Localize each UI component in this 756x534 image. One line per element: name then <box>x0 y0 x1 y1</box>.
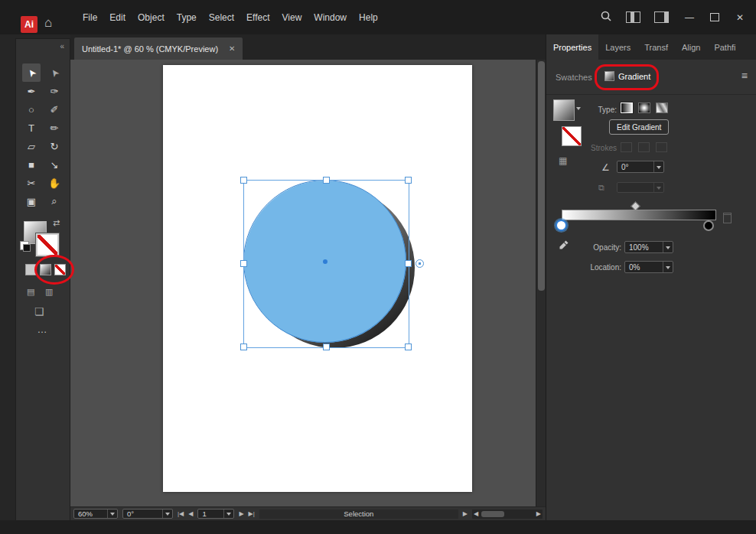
horizontal-scrollbar-thumb[interactable] <box>481 511 504 517</box>
rotation-dropdown[interactable]: 0° <box>122 509 173 519</box>
document-tab-close-icon[interactable]: ✕ <box>229 44 235 53</box>
workspace-switcher-icon[interactable] <box>654 11 669 23</box>
minimize-button[interactable]: — <box>683 12 696 23</box>
gradient-fill-proxy[interactable] <box>553 99 575 121</box>
menu-file[interactable]: File <box>77 9 103 26</box>
ellipse-tool[interactable]: ○ <box>22 100 41 119</box>
color-fill-button[interactable] <box>25 264 37 275</box>
eraser-tool[interactable]: ▱ <box>22 137 41 155</box>
draw-normal-icon[interactable]: ▤ <box>27 287 34 297</box>
home-icon[interactable]: ⌂ <box>44 15 52 31</box>
selection-handle-n[interactable] <box>323 177 330 184</box>
selection-handle-se[interactable] <box>405 344 412 350</box>
illustrator-logo: Ai <box>21 16 37 33</box>
draw-behind-icon[interactable]: ▥ <box>45 287 53 297</box>
menu-edit[interactable]: Edit <box>103 9 132 26</box>
gradient-angle-dropdown[interactable]: 0° <box>617 161 664 173</box>
close-button[interactable]: ✕ <box>733 12 747 23</box>
menu-help[interactable]: Help <box>353 9 384 26</box>
stroke-color-swatch[interactable] <box>36 233 59 256</box>
stroke-along-button[interactable] <box>638 142 650 152</box>
toolbar-collapse-icon[interactable]: « <box>60 42 64 50</box>
tab-align[interactable]: Align <box>675 34 707 60</box>
first-artboard-icon[interactable]: |◀ <box>178 510 184 517</box>
tab-transform[interactable]: Transf <box>637 34 675 60</box>
edit-gradient-button[interactable]: Edit Gradient <box>609 119 669 135</box>
gradient-angle-value: 0° <box>621 163 650 171</box>
menu-view[interactable]: View <box>276 9 308 26</box>
screen-mode-icon[interactable]: ❏ <box>34 305 44 317</box>
menu-window[interactable]: Window <box>308 9 353 26</box>
direct-selection-tool[interactable]: ➤ <box>45 63 64 82</box>
menu-object[interactable]: Object <box>132 9 171 26</box>
aspect-ratio-dropdown <box>617 182 664 193</box>
opacity-dropdown[interactable]: 100% <box>624 241 673 253</box>
scroll-left-icon[interactable]: ◀ <box>474 510 478 517</box>
selection-handle-ne[interactable] <box>405 177 412 184</box>
selection-handle-sw[interactable] <box>240 344 247 350</box>
gradient-stop-white[interactable] <box>556 220 567 231</box>
linear-gradient-type-button[interactable] <box>621 103 633 113</box>
gradient-annotator-handle[interactable] <box>415 259 424 268</box>
tab-layers[interactable]: Layers <box>598 34 637 60</box>
status-menu-arrow-icon[interactable]: ▶ <box>463 510 468 517</box>
arrange-documents-icon[interactable] <box>626 11 640 23</box>
radial-gradient-type-button[interactable] <box>638 103 650 113</box>
vertical-scrollbar[interactable] <box>536 60 546 506</box>
object-center-point[interactable] <box>323 259 327 264</box>
edit-toolbar-icon[interactable]: … <box>16 324 70 335</box>
selection-tool[interactable]: ➤ <box>22 63 41 82</box>
paintbrush-tool[interactable]: ✐ <box>45 100 64 119</box>
menu-type[interactable]: Type <box>171 9 203 26</box>
stroke-across-button[interactable] <box>656 142 667 152</box>
zoom-tool[interactable]: ⌕ <box>45 192 64 210</box>
type-tool[interactable]: T <box>22 119 41 137</box>
canvas[interactable] <box>70 60 536 506</box>
selection-handle-nw[interactable] <box>240 177 247 184</box>
vertical-scrollbar-thumb[interactable] <box>538 61 545 291</box>
swatches-subtab[interactable]: Swatches <box>556 73 592 82</box>
scissors-tool[interactable]: ✂ <box>22 174 41 192</box>
gradient-subtab[interactable]: Gradient <box>604 71 650 81</box>
eyedropper-icon[interactable] <box>559 239 569 253</box>
menu-effect[interactable]: Effect <box>240 9 275 26</box>
document-tab[interactable]: Untitled-1* @ 60 % (CMYK/Preview) ✕ <box>74 37 243 60</box>
horizontal-scrollbar[interactable]: ◀ ▶ <box>472 510 543 519</box>
location-dropdown[interactable]: 0% <box>624 261 673 273</box>
curvature-tool[interactable]: ✑ <box>45 82 64 100</box>
menu-select[interactable]: Select <box>203 9 240 26</box>
document-tabbar: Untitled-1* @ 60 % (CMYK/Preview) ✕ <box>70 34 546 60</box>
selection-handle-w[interactable] <box>240 260 247 267</box>
gradient-slider-bar[interactable] <box>562 210 716 220</box>
gradient-fill-button[interactable] <box>40 264 51 275</box>
maximize-button[interactable] <box>710 13 719 21</box>
selection-handle-e[interactable] <box>405 260 412 267</box>
pencil-tool[interactable]: ✏ <box>45 119 64 137</box>
tab-properties[interactable]: Properties <box>546 34 598 60</box>
last-artboard-icon[interactable]: ▶| <box>249 510 255 517</box>
previous-artboard-icon[interactable]: ◀ <box>188 510 193 517</box>
default-fill-stroke-icon[interactable] <box>20 241 29 250</box>
search-icon[interactable] <box>600 10 612 25</box>
gradient-stop-black[interactable] <box>703 220 714 231</box>
freeform-gradient-type-button[interactable] <box>656 103 668 113</box>
rectangle-tool[interactable]: ■ <box>22 155 41 174</box>
pen-tool[interactable]: ✒ <box>22 82 41 100</box>
selection-bounding-box[interactable] <box>243 180 409 348</box>
artboard-navigation-dropdown[interactable]: 1 <box>197 509 234 519</box>
next-artboard-icon[interactable]: ▶ <box>239 510 243 517</box>
scroll-right-icon[interactable]: ▶ <box>536 510 541 517</box>
none-fill-button[interactable] <box>54 264 66 275</box>
tab-pathfinder[interactable]: Pathfi <box>707 34 742 60</box>
reverse-gradient-icon[interactable]: ▦ <box>559 155 567 166</box>
artboard-tool[interactable]: ▣ <box>22 192 41 210</box>
panel-menu-icon[interactable]: ≡ <box>741 70 748 82</box>
eyedropper-tool[interactable]: ↘ <box>45 155 64 174</box>
selection-handle-s[interactable] <box>323 344 330 350</box>
swap-fill-stroke-icon[interactable]: ⇄ <box>53 218 60 228</box>
hand-tool[interactable]: ✋ <box>45 174 64 192</box>
zoom-level-dropdown[interactable]: 60% <box>73 509 118 519</box>
fill-proxy-chevron-icon[interactable] <box>576 107 581 112</box>
stroke-within-button[interactable] <box>621 142 632 152</box>
rotate-tool[interactable]: ↻ <box>45 137 64 155</box>
